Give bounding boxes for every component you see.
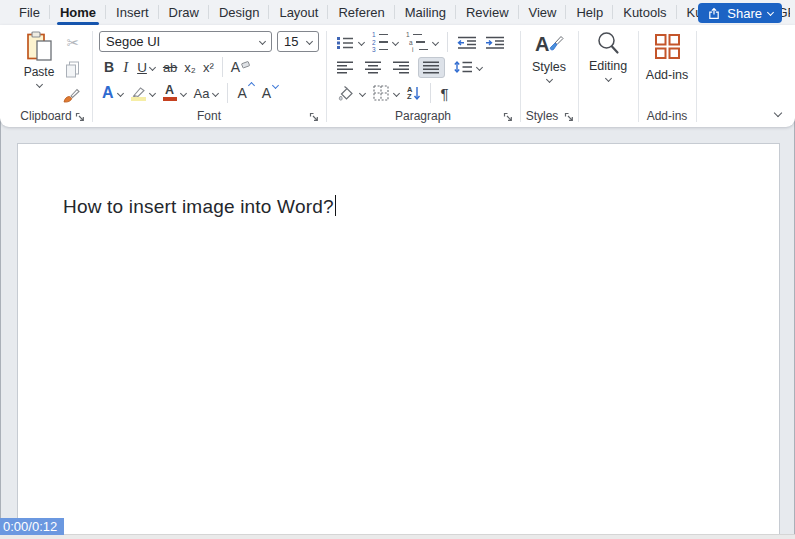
font-color-letter: A (165, 85, 174, 96)
borders-button[interactable] (370, 82, 392, 104)
paste-button[interactable]: Paste (16, 31, 62, 87)
decrease-indent-button[interactable] (454, 31, 480, 53)
align-left-button[interactable] (334, 56, 357, 78)
font-color-bar (163, 97, 177, 101)
tab-mailings[interactable]: Mailing (395, 0, 456, 25)
borders-icon (373, 85, 389, 101)
text-highlight-button[interactable] (128, 82, 149, 104)
tab-file[interactable]: File (9, 0, 50, 25)
line-spacing-icon (453, 60, 473, 74)
underline-button[interactable]: U (134, 56, 148, 78)
word-window: File Home Insert Draw Design Layout Refe… (0, 0, 795, 539)
editing-button[interactable]: Editing (578, 31, 638, 81)
numbering-chevron (392, 38, 399, 45)
clear-formatting-button[interactable]: A (228, 56, 253, 78)
addins-button[interactable]: Add-ins (638, 33, 696, 82)
italic-button[interactable]: I (118, 56, 133, 78)
tab-draw[interactable]: Draw (159, 0, 209, 25)
dialog-launcher-icon (564, 112, 574, 122)
bullets-dropdown[interactable] (359, 31, 367, 53)
shading-bucket-icon (336, 86, 355, 101)
font-name-combobox[interactable]: Segoe UI (99, 31, 272, 52)
align-center-button[interactable] (362, 56, 385, 78)
player-time-text: 0:00/0:12 (3, 519, 57, 534)
subscript-button[interactable]: x₂ (181, 56, 199, 78)
player-timestamp-badge: 0:00/0:12 (0, 518, 64, 535)
text-highlight-dropdown[interactable] (150, 82, 159, 104)
copy-button[interactable] (60, 58, 84, 80)
tab-home[interactable]: Home (50, 0, 106, 25)
multilevel-mark: a (409, 40, 414, 45)
format-painter-button[interactable] (59, 84, 83, 106)
multilevel-chevron (432, 38, 439, 45)
superscript-button[interactable]: x² (200, 56, 217, 78)
shading-button[interactable] (333, 82, 358, 104)
font-color-chevron (180, 89, 187, 96)
ribbon: Paste ✂ Clipboard (0, 25, 795, 127)
bullets-icon (336, 36, 354, 49)
multilevel-mark: 1 (406, 32, 411, 37)
change-case-button[interactable]: Aa (191, 82, 213, 104)
show-formatting-marks-button[interactable]: ¶ (437, 82, 451, 104)
share-button[interactable]: Share (698, 3, 782, 23)
align-right-icon (393, 61, 410, 74)
decrease-indent-icon (457, 36, 477, 49)
styles-button[interactable]: A Styles (520, 31, 578, 82)
collapse-ribbon-chevron[interactable] (774, 109, 782, 117)
cut-button[interactable]: ✂ (61, 32, 85, 54)
tab-kutools[interactable]: Kutools (613, 0, 676, 25)
clear-formatting-letter: A (231, 59, 240, 75)
text-effects-button[interactable]: A (99, 82, 117, 104)
line-spacing-button[interactable] (450, 56, 485, 78)
text-cursor (335, 195, 337, 216)
change-case-dropdown[interactable] (213, 82, 222, 104)
strikethrough-button[interactable]: ab (160, 56, 180, 78)
multilevel-dropdown[interactable] (433, 31, 441, 53)
tab-references[interactable]: Referen (328, 0, 394, 25)
styles-dialog-launcher[interactable] (564, 112, 574, 122)
tab-view[interactable]: View (519, 0, 567, 25)
paragraph-group-label: Paragraph (326, 109, 520, 123)
justify-button[interactable] (418, 57, 445, 78)
multilevel-mark: i (412, 47, 417, 52)
share-dropdown-chevron (767, 8, 774, 15)
styles-group-label: Styles (520, 109, 564, 123)
shrink-font-button[interactable]: A (258, 82, 275, 104)
bold-button[interactable]: B (101, 56, 117, 78)
dialog-launcher-icon (503, 112, 513, 122)
clipboard-dialog-launcher[interactable] (75, 112, 85, 122)
align-left-icon (337, 61, 354, 74)
copy-icon (65, 61, 80, 78)
text-effects-dropdown[interactable] (118, 82, 127, 104)
shading-chevron (359, 89, 366, 96)
dialog-launcher-icon (75, 112, 85, 122)
document-page[interactable]: How to insert image into Word? (17, 143, 780, 534)
font-color-button[interactable]: A (160, 82, 180, 104)
paragraph-dialog-launcher[interactable] (503, 112, 513, 122)
multilevel-list-icon: 1 a i (406, 32, 428, 52)
borders-dropdown[interactable] (394, 82, 402, 104)
shading-dropdown[interactable] (360, 82, 368, 104)
bullets-button[interactable] (333, 31, 357, 53)
numbering-button[interactable]: 1 2 3 (369, 31, 391, 53)
font-size-value: 15 (284, 34, 298, 49)
numbering-dropdown[interactable] (393, 31, 401, 53)
increase-indent-button[interactable] (482, 31, 508, 53)
multilevel-list-button[interactable]: 1 a i (403, 31, 431, 53)
paragraph-group: 1 2 3 1 a i (326, 25, 520, 127)
underline-dropdown[interactable] (149, 56, 159, 78)
dialog-launcher-icon (309, 112, 319, 122)
text-effects-chevron (117, 89, 124, 96)
tab-layout[interactable]: Layout (269, 0, 328, 25)
font-dialog-launcher[interactable] (309, 112, 319, 122)
sort-button[interactable]: A Z (404, 82, 424, 104)
tab-insert[interactable]: Insert (106, 0, 159, 25)
align-right-button[interactable] (390, 56, 413, 78)
font-size-combobox[interactable]: 15 (277, 31, 319, 52)
grow-font-button[interactable]: A (233, 82, 250, 104)
tab-review[interactable]: Review (456, 0, 519, 25)
tab-design[interactable]: Design (209, 0, 269, 25)
font-color-dropdown[interactable] (181, 82, 190, 104)
tab-help[interactable]: Help (566, 0, 613, 25)
justify-icon (423, 61, 440, 74)
